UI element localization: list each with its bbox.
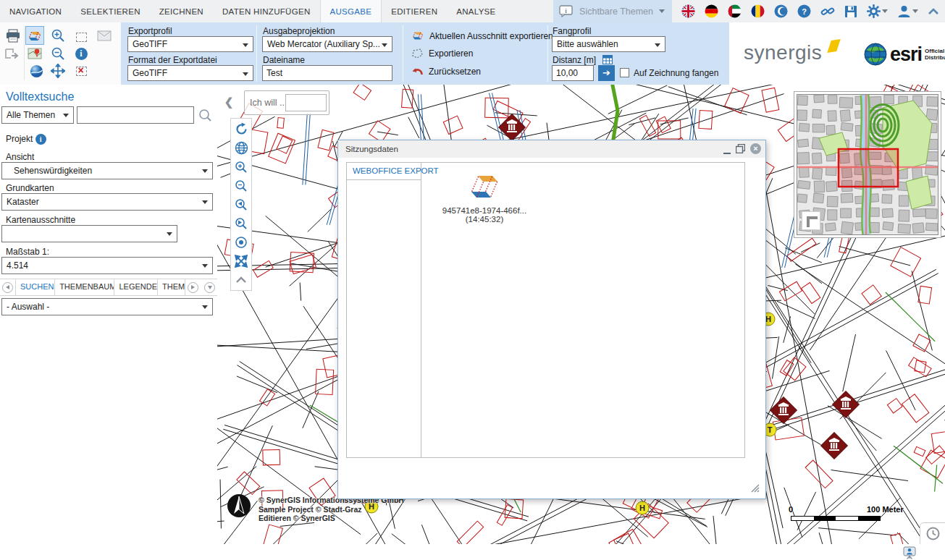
format-select[interactable]: GeoTIFF bbox=[127, 65, 253, 81]
tab-suchen[interactable]: SUCHEN bbox=[15, 279, 55, 296]
kartenausschnitte-select[interactable] bbox=[1, 225, 177, 242]
ansicht-select[interactable]: Sehenswürdigkeiten bbox=[1, 162, 213, 179]
refresh-icon[interactable] bbox=[232, 121, 250, 137]
language-flag-de-icon[interactable] bbox=[705, 4, 718, 18]
overview-collapse-icon[interactable] bbox=[802, 211, 820, 230]
scalebar-label: 100 Meter bbox=[867, 505, 904, 514]
svg-text:H: H bbox=[639, 504, 645, 512]
full-extent-icon[interactable] bbox=[232, 253, 250, 269]
language-flag-ae-icon[interactable] bbox=[728, 4, 742, 18]
menu-tab-zeichnen[interactable]: ZEICHNEN bbox=[150, 0, 213, 22]
fangprofil-label: Fangprofil bbox=[553, 26, 591, 36]
default-extent-icon[interactable] bbox=[232, 234, 250, 250]
menu-tab-analyse[interactable]: ANALYSE bbox=[447, 0, 505, 22]
settings-menu[interactable] bbox=[867, 4, 888, 18]
overview-map[interactable] bbox=[794, 91, 941, 238]
distanz-input[interactable] bbox=[552, 65, 594, 81]
previous-extent-icon[interactable] bbox=[232, 196, 250, 213]
search-icon[interactable] bbox=[198, 109, 212, 122]
grundkarten-label: Grundkarten bbox=[6, 183, 54, 193]
reset-undo-icon bbox=[411, 66, 424, 77]
menu-tab-selektieren[interactable]: SELEKTIEREN bbox=[71, 0, 150, 22]
print-button[interactable] bbox=[4, 27, 22, 44]
map-pin-tool[interactable] bbox=[26, 45, 43, 62]
sidebar-tab-strip: SUCHEN THEMENBAUM LEGENDE THEM bbox=[0, 279, 217, 296]
reset-button[interactable]: Zurücksetzen bbox=[411, 66, 481, 77]
tab-themen-truncated[interactable]: THEM bbox=[158, 279, 185, 296]
export-file-item[interactable]: 945741e8-1974-466f... (14:45:32) bbox=[434, 173, 535, 224]
calculator-grid-icon[interactable] bbox=[602, 55, 613, 64]
menu-tab-ausgabe[interactable]: AUSGABE bbox=[320, 0, 382, 22]
export-current-extent-button[interactable]: Aktuellen Ausschnitt exportieren bbox=[411, 30, 553, 42]
restore-icon[interactable] bbox=[736, 144, 745, 153]
auswahl-select[interactable]: - Auswahl - bbox=[1, 298, 213, 315]
language-flag-ro-icon[interactable] bbox=[751, 4, 765, 18]
sidebar-collapse-button[interactable]: ❮ bbox=[219, 93, 239, 111]
export-map-tool[interactable] bbox=[26, 27, 43, 44]
user-icon bbox=[897, 4, 911, 18]
tab-themenbaum[interactable]: THEMENBAUM bbox=[55, 279, 114, 296]
ich-will-widget[interactable]: Ich will ... bbox=[244, 90, 329, 115]
divider bbox=[24, 27, 25, 80]
chevron-down-icon bbox=[659, 9, 665, 13]
visible-themes-dropdown[interactable]: i Sichtbare Themen bbox=[553, 0, 672, 22]
zoom-in-icon[interactable] bbox=[232, 158, 250, 175]
projection-select[interactable]: Web Mercator (Auxiliary Sp... bbox=[262, 36, 392, 52]
project-info-icon[interactable]: i bbox=[35, 134, 46, 145]
globe-sphere-tool[interactable] bbox=[28, 62, 45, 80]
pan-tool[interactable] bbox=[49, 62, 67, 80]
dialog-titlebar[interactable]: Sitzungsdaten × bbox=[338, 140, 765, 158]
dialog-resize-handle[interactable] bbox=[750, 483, 760, 493]
menu-tab-navigation[interactable]: NAVIGATION bbox=[0, 0, 71, 22]
collapse-chevron-icon[interactable] bbox=[928, 8, 939, 15]
grundkarten-select[interactable]: Kataster bbox=[1, 193, 213, 211]
user-session-icon[interactable] bbox=[903, 546, 916, 559]
gear-icon bbox=[867, 4, 881, 18]
help-icon[interactable]: ? bbox=[797, 4, 811, 18]
time-slider-button[interactable] bbox=[920, 522, 945, 544]
svg-text:?: ? bbox=[802, 7, 807, 16]
fulltext-search-input[interactable] bbox=[77, 106, 194, 124]
zoom-out-tool[interactable] bbox=[49, 45, 67, 62]
language-flag-en-icon[interactable] bbox=[681, 4, 695, 18]
globe-extent-icon[interactable] bbox=[232, 140, 250, 156]
toolbar-collapse-icon[interactable] bbox=[232, 271, 250, 288]
dialog-title: Sitzungsdaten bbox=[345, 145, 398, 153]
save-icon[interactable] bbox=[844, 5, 857, 18]
user-menu[interactable] bbox=[897, 4, 918, 18]
menu-tab-editieren[interactable]: EDITIEREN bbox=[382, 0, 447, 22]
zoom-in-tool[interactable] bbox=[49, 27, 67, 44]
ich-will-label: Ich will ... bbox=[250, 98, 287, 108]
dialog-content-panel: WEBOFFICE EXPORT 945741e8-1974-466f... (… bbox=[346, 162, 745, 458]
identify-info-tool[interactable]: i bbox=[72, 45, 90, 62]
tabs-scroll-left-icon[interactable] bbox=[2, 282, 13, 293]
crescent-icon[interactable] bbox=[774, 4, 788, 18]
clock-icon bbox=[926, 527, 940, 540]
zoom-out-icon[interactable] bbox=[232, 177, 250, 194]
marquee-select-tool[interactable] bbox=[72, 28, 90, 46]
theme-filter-select[interactable]: Alle Themen bbox=[1, 106, 74, 124]
export-button[interactable]: Exportieren bbox=[411, 48, 473, 59]
kartenausschnitte-label: Kartenausschnitte bbox=[6, 215, 75, 225]
fangprofil-select[interactable]: Bitte auswählen bbox=[552, 36, 665, 52]
menu-tab-daten-hinzufuegen[interactable]: DATEN HINZUFÜGEN bbox=[213, 0, 320, 22]
massstab-select[interactable]: 4.514 bbox=[1, 257, 213, 274]
tab-weboffice-export[interactable]: WEBOFFICE EXPORT bbox=[347, 163, 421, 180]
clear-selection-tool[interactable] bbox=[72, 62, 90, 80]
tab-legende[interactable]: LEGENDE bbox=[114, 279, 158, 296]
link-icon[interactable] bbox=[820, 5, 835, 18]
ich-will-input[interactable] bbox=[285, 94, 327, 111]
tabs-list-icon[interactable] bbox=[204, 282, 215, 293]
filename-input[interactable] bbox=[262, 65, 392, 81]
minimize-icon[interactable] bbox=[723, 144, 731, 154]
sidebar: Volltextsuche Alle Themen Projekt i Ansi… bbox=[0, 85, 217, 544]
next-extent-icon[interactable] bbox=[232, 215, 250, 232]
tabs-scroll-right-icon[interactable] bbox=[188, 282, 198, 293]
sitzungsdaten-dialog: Sitzungsdaten × WEBOFFICE EXPORT 945741e… bbox=[337, 140, 766, 499]
snap-to-drawing-checkbox[interactable] bbox=[620, 68, 629, 77]
svg-text:T: T bbox=[768, 425, 773, 434]
apply-distance-button[interactable]: ➔ bbox=[598, 65, 615, 81]
close-icon[interactable]: × bbox=[750, 143, 761, 154]
mail-tool-disabled bbox=[96, 27, 113, 44]
exportprofil-select[interactable]: GeoTIFF bbox=[127, 36, 253, 52]
